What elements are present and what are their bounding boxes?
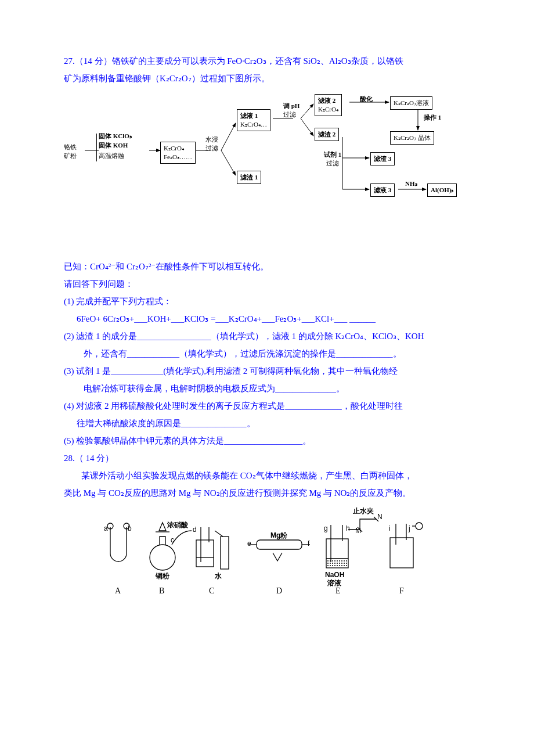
q27-p2a: (2) 滤渣 1 的成分是_________________（填化学式），滤液 … (64, 327, 470, 345)
q27-known: 已知：CrO₄²⁻和 Cr₂O₇²⁻在酸性条件下可以相互转化。 (64, 258, 470, 275)
q28-head: 28.（ 14 分） (64, 449, 470, 467)
d-mid1a: K₂CrO₄ (164, 144, 192, 153)
d-ph1: 调 pH (283, 102, 300, 110)
ap-label-D: D (276, 583, 282, 599)
d-fl3: 滤液 3 (370, 183, 395, 197)
d-fl1: 滤液 1 (240, 111, 267, 120)
q27-p3a: (3) 试剂 1 是____________(填化学式),利用滤渣 2 可制得两… (64, 362, 470, 380)
ap-label-F: F (399, 583, 404, 599)
ap-b: b (128, 521, 132, 535)
ap-h: h (346, 521, 350, 535)
q28-l2: 类比 Mg 与 CO₂反应的思路对 Mg 与 NO₂的反应进行预测并探究 Mg … (64, 484, 470, 502)
svg-line-4 (221, 150, 236, 175)
svg-point-17 (150, 545, 175, 570)
d-op1: 水浸 (205, 136, 218, 143)
d-sol: K₂Cr₂O₇溶液 (390, 96, 432, 110)
q27-p4a: (4) 对滤液 2 用稀硫酸酸化处理时发生的离子反应方程式是__________… (64, 397, 470, 415)
d-fz2: 滤渣 2 (315, 128, 339, 141)
svg-rect-37 (390, 538, 413, 568)
ap-label-A: A (115, 583, 121, 599)
d-fl1a: K₂CrO₄… (240, 120, 267, 129)
ap-water: 水 (215, 569, 222, 583)
svg-line-3 (221, 123, 236, 150)
d-nh3: NH₃ (405, 180, 417, 188)
q28-l1: 某课外活动小组实验发现点燃的镁条能在 CO₂气体中继续燃烧，产生黑、白两种固体， (64, 467, 470, 484)
d-acid: 酸化 (360, 95, 373, 103)
d-op3: 操作 1 (424, 114, 441, 121)
ap-label-C: C (209, 583, 214, 599)
ap-c: c (171, 533, 174, 547)
ap-f: f (308, 537, 309, 550)
svg-line-24 (215, 531, 223, 537)
svg-rect-23 (221, 537, 229, 569)
d-fz3: 滤渣 3 (370, 152, 395, 165)
ap-mg: Mg粉 (270, 528, 287, 542)
d-mid1b: Fe₂O₃…… (164, 153, 192, 161)
q27-p4b: 往增大稀硫酸浓度的原因是_______________。 (64, 415, 470, 432)
d-add3: 高温熔融 (99, 152, 124, 160)
q27-p1eq: 6FeO+ 6Cr₂O₃+___KOH+___KClO₃ =___K₂CrO₄+… (64, 310, 470, 327)
q27-p5: (5) 检验氯酸钾晶体中钾元素的具体方法是__________________。 (64, 432, 470, 449)
ap-e: e (247, 537, 251, 550)
d-fl2t: 滤液 2 (318, 96, 338, 105)
d-in2: 矿粉 (64, 152, 77, 160)
ap-clamp: 止水夹 (353, 504, 374, 518)
q27-p1: (1) 完成并配平下列方程式： (64, 293, 470, 310)
q27-line2: 矿为原料制备重铬酸钾（K₂Cr₂O₇）过程如下图所示。 (64, 70, 470, 87)
svg-line-7 (301, 118, 313, 136)
flow-diagram: 铬铁 矿粉 固体 KClO₃ 固体 KOH 高温熔融 K₂CrO₄ Fe₂O₃…… (64, 89, 470, 206)
d-r1b: 过滤 (326, 160, 339, 167)
ap-hno3: 浓硝酸 (167, 518, 188, 532)
d-add2: 固体 KOH (99, 142, 128, 149)
svg-point-40 (416, 523, 423, 530)
ap-M: M (355, 524, 361, 538)
ap-a: a (104, 521, 108, 535)
ap-d: d (193, 523, 197, 537)
svg-line-6 (301, 104, 313, 118)
ap-label-B: B (159, 583, 164, 599)
q27-line1: 27.（14 分）铬铁矿的主要成分可以表示为 FeO·Cr₂O₃，还含有 SiO… (64, 52, 470, 70)
ap-j: j (409, 521, 410, 535)
q27-p2b: 外，还含有____________（填化学式），过滤后洗涤沉淀的操作是_____… (64, 345, 470, 362)
ap-cu: 铜粉 (156, 569, 169, 583)
d-op2: 过滤 (205, 145, 218, 152)
d-r1a: 试剂 1 (324, 151, 341, 159)
svg-rect-19 (196, 540, 214, 567)
d-add1: 固体 KClO₃ (99, 132, 132, 140)
ap-N: N (377, 510, 383, 524)
d-in1: 铬铁 (64, 143, 77, 152)
d-ph2: 过滤 (283, 111, 296, 118)
ap-label-E: E (335, 583, 341, 599)
ap-i: i (389, 521, 391, 535)
d-fl2a: K₂CrO₄ (318, 105, 338, 114)
d-aloh: Al(OH)₃ (427, 183, 457, 197)
d-fz1: 滤渣 1 (237, 171, 261, 184)
apparatus-figure: a b c d e f g h i j M N 浓硝酸 铜粉 水 Mg粉 NaO… (99, 504, 435, 597)
q27-p3b: 电解冶炼可获得金属，电解时阴极的电极反应式为______________。 (64, 380, 470, 397)
ap-g: g (324, 521, 328, 535)
q27-prompt: 请回答下列问题： (64, 275, 470, 293)
d-cry: K₂Cr₂O₇ 晶体 (390, 131, 434, 145)
